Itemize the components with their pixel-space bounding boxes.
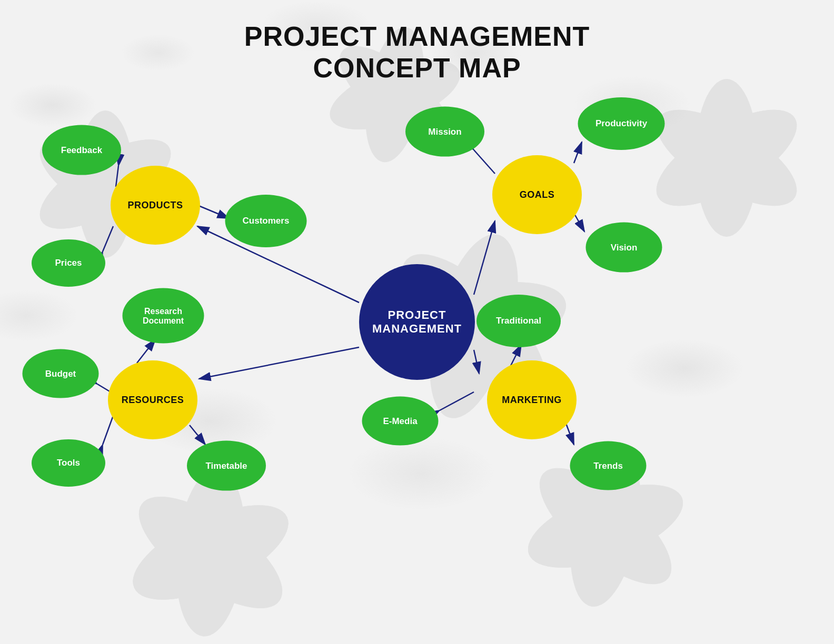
trends-label: Trends	[593, 460, 623, 471]
title-line2: CONCEPT MAP	[313, 53, 521, 83]
node-tools: Tools	[32, 439, 105, 487]
node-resources: RESOURCES	[108, 360, 197, 439]
node-goals: GOALS	[492, 155, 582, 234]
node-center: PROJECT MANAGEMENT	[359, 264, 475, 380]
feedback-label: Feedback	[61, 145, 102, 155]
marketing-label: MARKETING	[502, 395, 562, 406]
mission-label: Mission	[428, 126, 461, 137]
customers-label: Customers	[243, 216, 290, 226]
node-productivity: Productivity	[578, 97, 665, 150]
research-document-label: Research Document	[143, 306, 184, 325]
timetable-label: Timetable	[205, 460, 247, 471]
vision-label: Vision	[611, 242, 638, 253]
prices-label: Prices	[55, 258, 82, 268]
goals-label: GOALS	[520, 189, 555, 200]
page-title: PROJECT MANAGEMENT CONCEPT MAP	[0, 21, 834, 84]
budget-label: Budget	[45, 368, 76, 379]
node-products: PRODUCTS	[111, 166, 200, 245]
productivity-label: Productivity	[595, 118, 647, 129]
node-marketing: MARKETING	[487, 360, 577, 439]
node-budget: Budget	[23, 349, 99, 398]
title-line1: PROJECT MANAGEMENT	[244, 21, 590, 52]
resources-label: RESOURCES	[122, 395, 184, 406]
products-label: PRODUCTS	[127, 200, 183, 211]
tools-label: Tools	[57, 458, 80, 468]
node-mission: Mission	[405, 107, 484, 157]
node-vision: Vision	[586, 223, 662, 273]
e-media-label: E-Media	[383, 416, 417, 426]
center-label: PROJECT MANAGEMENT	[372, 308, 462, 336]
node-timetable: Timetable	[187, 441, 266, 491]
traditional-label: Traditional	[496, 316, 541, 326]
node-customers: Customers	[225, 195, 307, 247]
node-research-document: Research Document	[123, 288, 204, 344]
node-prices: Prices	[32, 239, 105, 287]
node-trends: Trends	[570, 441, 647, 490]
node-feedback: Feedback	[42, 125, 121, 175]
node-e-media: E-Media	[362, 397, 439, 446]
node-traditional: Traditional	[476, 295, 561, 347]
